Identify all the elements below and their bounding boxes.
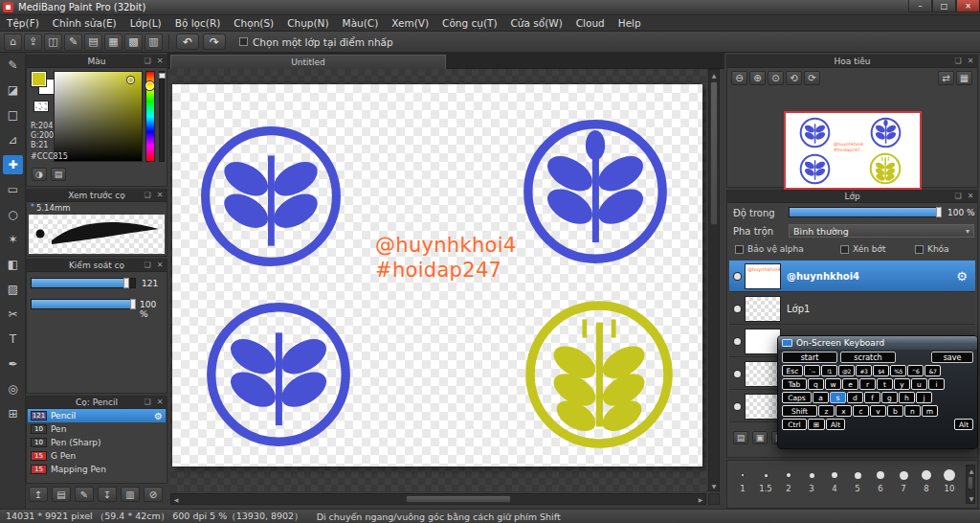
osk-start-button[interactable]: start — [782, 352, 837, 363]
material-icon[interactable]: ▩ — [124, 34, 143, 51]
osk-key-2[interactable]: @2 — [838, 365, 855, 376]
on-screen-keyboard-window[interactable]: On-Screen Keyboard start scratch save Es… — [777, 335, 978, 449]
lock-checkbox[interactable] — [915, 245, 924, 254]
popout-icon[interactable]: ❏ — [953, 192, 963, 200]
scroll-down-icon[interactable]: ▼ — [709, 481, 719, 490]
add-layer-button[interactable]: ▤ — [733, 431, 748, 444]
size-option-8[interactable]: 8 — [915, 468, 938, 493]
osk-key-b[interactable]: b — [887, 405, 903, 417]
redo-button[interactable]: ↷ — [203, 34, 226, 50]
close-icon[interactable]: ✕ — [155, 191, 165, 199]
horizontal-scroll-handle[interactable] — [406, 495, 511, 503]
slope-tool-icon[interactable]: ⊿ — [3, 130, 23, 149]
draw-tool-icon[interactable]: ✒ — [3, 354, 23, 374]
canvas-horizontal-scrollbar[interactable]: ◀ ▶ — [170, 493, 706, 505]
panel-layout-icon[interactable]: ▤ — [84, 34, 102, 51]
canvas-vertical-scrollbar[interactable]: ▲ ▼ — [708, 69, 720, 491]
pen-tool-icon[interactable]: ✎ — [3, 56, 23, 75]
menu-view[interactable]: Xem(V) — [385, 15, 435, 32]
size-option-6[interactable]: 6 — [869, 468, 892, 493]
opacity-slider[interactable] — [159, 71, 165, 162]
osk-key-q[interactable]: q — [808, 378, 824, 390]
osk-key-1[interactable]: !1 — [821, 365, 837, 376]
rect-tool-icon[interactable]: □ — [3, 105, 23, 125]
visibility-icon[interactable] — [729, 306, 745, 312]
zoom-out-icon[interactable]: ⊖ — [731, 71, 747, 85]
table-icon[interactable]: ▥ — [145, 34, 163, 51]
osk-key-s[interactable]: s — [830, 392, 846, 403]
size-option-10[interactable]: 10 — [938, 468, 961, 493]
hue-slider[interactable] — [145, 71, 155, 162]
flip-icon[interactable]: ⇄ — [938, 71, 954, 85]
brush-item-pencil[interactable]: 121 Pencil ⚙ — [28, 409, 166, 422]
osk-key-7[interactable]: &7 — [924, 365, 941, 376]
palette-icon[interactable]: ▤ — [51, 168, 66, 181]
rotate-right-icon[interactable]: ⟳ — [804, 71, 820, 85]
osk-title-bar[interactable]: On-Screen Keyboard — [778, 336, 977, 350]
gear-icon[interactable]: ⚙ — [154, 411, 163, 421]
visibility-icon[interactable] — [729, 273, 745, 280]
thumbnail-toggle-icon[interactable]: ▦ — [956, 71, 972, 85]
clipping-checkbox[interactable] — [840, 245, 849, 254]
close-icon[interactable]: ✕ — [155, 261, 165, 269]
osk-key-esc[interactable]: Esc — [782, 365, 803, 376]
cut-tool-icon[interactable]: ✂ — [3, 305, 23, 324]
zoom-in-icon[interactable]: ⊕ — [749, 71, 766, 85]
sv-marker[interactable] — [127, 77, 134, 83]
size-option-7[interactable]: 7 — [892, 468, 915, 493]
comment-icon[interactable]: ◫ — [44, 34, 62, 51]
osk-key-grave[interactable]: `~ — [804, 365, 820, 376]
minimize-button[interactable]: – — [908, 0, 932, 12]
visibility-icon[interactable] — [729, 403, 745, 410]
brush-size-slider[interactable] — [31, 278, 136, 288]
close-icon[interactable]: ✕ — [155, 57, 165, 65]
wand-tool-icon[interactable]: ✶ — [3, 230, 23, 249]
close-icon[interactable]: ✕ — [155, 398, 165, 406]
osk-key-5[interactable]: %5 — [890, 365, 906, 376]
home-icon[interactable]: ⌂ — [4, 34, 22, 51]
menu-file[interactable]: Tệp(F) — [0, 15, 46, 32]
select-layer-checkbox[interactable] — [239, 37, 248, 46]
menu-window[interactable]: Cửa sổ(W) — [504, 15, 569, 32]
lasso-tool-icon[interactable]: ○ — [3, 205, 23, 224]
menu-layer[interactable]: Lớp(L) — [123, 15, 168, 32]
brush-up-button[interactable]: ↥ — [29, 487, 48, 502]
menu-help[interactable]: Help — [612, 15, 648, 32]
popout-icon[interactable]: ❏ — [953, 57, 963, 65]
osk-key-m[interactable]: m — [922, 405, 938, 417]
menu-edit[interactable]: Chỉnh sửa(E) — [46, 15, 123, 32]
osk-scratch-button[interactable]: scratch — [840, 352, 896, 363]
drawing-canvas[interactable]: @huynhkhoi4 #hoidap247 — [172, 84, 702, 466]
osk-key-6[interactable]: ^6 — [907, 365, 924, 376]
osk-key-c[interactable]: c — [853, 405, 869, 417]
scroll-right-icon[interactable]: ▶ — [696, 494, 705, 504]
brush-down-button[interactable]: ↧ — [98, 487, 117, 502]
scroll-up-icon[interactable]: ▲ — [709, 70, 719, 80]
size-option-4[interactable]: 4 — [823, 468, 846, 493]
alpha-lock-checkbox[interactable] — [735, 245, 744, 254]
zoom-actual-icon[interactable]: ⊙ — [768, 71, 784, 85]
size-option-2[interactable]: 2 — [777, 468, 800, 493]
menu-tools[interactable]: Công cụ(T) — [435, 15, 503, 32]
size-option-1[interactable]: 1 — [731, 468, 754, 493]
menu-cloud[interactable]: Cloud — [569, 15, 612, 32]
visibility-icon[interactable] — [729, 338, 745, 345]
text-tool-icon[interactable]: T — [3, 330, 23, 349]
vertical-scroll-handle[interactable] — [710, 81, 718, 225]
brush-edit-button[interactable]: ✎ — [75, 487, 94, 502]
osk-key-t[interactable]: t — [877, 378, 893, 390]
osk-save-button[interactable]: save — [931, 352, 973, 363]
saturation-value-picker[interactable] — [54, 71, 143, 162]
menu-filter[interactable]: Bộ lọc(R) — [168, 15, 228, 32]
eyedropper-tool-icon[interactable]: ◎ — [3, 379, 23, 398]
osk-key-n[interactable]: n — [904, 405, 921, 417]
duplicate-layer-button[interactable]: ▣ — [752, 431, 768, 444]
menu-snap[interactable]: Chụp(N) — [280, 15, 335, 32]
osk-key-w[interactable]: w — [825, 378, 841, 390]
osk-key-i[interactable]: i — [928, 378, 945, 390]
upload-icon[interactable]: ⇪ — [24, 34, 42, 51]
marquee-tool-icon[interactable]: ▭ — [3, 180, 23, 199]
transparent-swatch[interactable] — [34, 102, 48, 111]
brush-item-mapping-pen[interactable]: 15 Mapping Pen — [28, 463, 166, 476]
osk-key-alt-left[interactable]: Alt — [826, 419, 845, 430]
